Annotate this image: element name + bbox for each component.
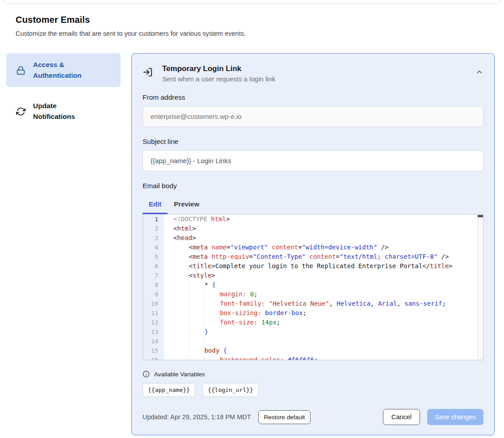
sidebar: Access & AuthenticationUpdate Notificati… [6,53,121,127]
sync-icon [16,107,25,116]
line-number: 12 [143,318,164,327]
code-text: background-color: #f6f6f6; [164,355,318,360]
from-address-input[interactable]: enterprise@customers.wp-e.io [143,106,483,127]
code-text: <!DOCTYPE html> [164,215,230,224]
updated-timestamp: Updated: Apr 29, 2025, 1:18 PM MDT [143,413,251,421]
login-icon [143,67,153,79]
email-template-panel: Temporary Login Link Sent when a user re… [131,53,495,435]
code-line: 16 background-color: #f6f6f6; [143,355,483,360]
save-changes-button[interactable]: Save changes [427,409,483,425]
code-text: <head> [164,233,196,243]
code-line: 5 <meta http-equiv="Content-Type" conten… [143,252,483,261]
code-line: 7 <style> [143,271,483,280]
code-text: <meta name="viewport" content="width=dev… [164,243,389,252]
from-address-label: From address [143,93,483,101]
panel-subtitle: Sent when a user requests a login link [162,75,275,83]
available-variables-label: Available Variables [154,371,205,378]
code-text: <style> [164,271,215,280]
panel-footer: Updated: Apr 29, 2025, 1:18 PM MDT Resto… [143,409,483,425]
code-line: 1<!DOCTYPE html> [143,215,483,224]
code-text: <title>Complete your login to the Replic… [164,261,453,271]
panel-titles: Temporary Login Link Sent when a user re… [162,64,275,83]
code-line: 12 font-size: 14px; [143,318,483,327]
email-body-tabs: EditPreview [143,196,483,214]
chevron-up-icon[interactable] [475,68,483,78]
code-line: 6 <title>Complete your login to the Repl… [143,261,483,271]
line-number: 13 [143,327,164,337]
code-line: 8 * { [143,280,483,290]
code-line: 10 font-family: "Helvetica Neue", Helvet… [143,299,483,308]
sidebar-item-label: Update Notifications [33,101,100,122]
tab-preview[interactable]: Preview [168,196,206,214]
code-text: font-family: "Helvetica Neue", Helvetica… [164,299,446,308]
code-line: 2<html> [143,224,483,233]
available-variables: Available Variables [143,371,483,378]
panel-header: Temporary Login Link Sent when a user re… [143,64,483,83]
line-number: 7 [143,271,164,280]
page-subtitle: Customize the emails that are sent to yo… [16,30,504,37]
line-number: 10 [143,299,164,308]
editor-scrollbar-thumb[interactable] [478,215,483,217]
code-text: * { [164,280,216,290]
sidebar-item-access-authentication[interactable]: Access & Authentication [6,53,121,87]
restore-default-button[interactable]: Restore default [258,410,311,424]
code-editor[interactable]: 1<!DOCTYPE html>2<html>3<head>4 <meta na… [143,214,483,360]
code-text: body { [164,346,227,355]
line-number: 15 [143,346,164,355]
code-line: 4 <meta name="viewport" content="width=d… [143,243,483,252]
code-line: 3<head> [143,233,483,243]
tab-edit[interactable]: Edit [143,196,168,214]
email-body-label: Email body [143,182,483,190]
subject-line-label: Subject line [143,138,483,146]
line-number: 14 [143,337,164,346]
code-line: 13 } [143,327,483,337]
variable-chips: {{app_name}}{{login_url}} [143,383,483,397]
previous-card-bottom-edge [4,0,500,4]
subject-line-input[interactable]: {{app_name}} - Login Links [143,150,483,171]
code-text: margin: 0; [164,290,257,299]
code-line: 14 [143,337,483,346]
line-number: 3 [143,233,164,243]
code-text: <meta http-equiv="Content-Type" content=… [164,252,449,261]
page-title: Customer Emails [16,15,504,25]
line-number: 4 [143,243,164,252]
line-number: 9 [143,290,164,299]
code-text: box-sizing: border-box; [164,308,307,318]
code-text [164,337,204,346]
editor-scrollbar[interactable] [478,215,483,360]
variable-chip[interactable]: {{app_name}} [143,383,195,397]
line-number: 16 [143,355,164,360]
lock-icon [16,66,25,75]
code-lines: 1<!DOCTYPE html>2<html>3<head>4 <meta na… [143,215,483,360]
code-line: 15 body { [143,346,483,355]
panel-title: Temporary Login Link [162,64,275,73]
line-number: 5 [143,252,164,261]
sidebar-item-update-notifications[interactable]: Update Notifications [6,95,121,127]
cancel-button[interactable]: Cancel [383,409,420,425]
line-number: 11 [143,308,164,318]
sidebar-item-label: Access & Authentication [33,59,100,81]
code-text: font-size: 14px; [164,318,280,327]
code-text: } [164,327,208,337]
line-number: 6 [143,261,164,271]
line-number: 2 [143,224,164,233]
variable-chip[interactable]: {{login_url}} [202,383,259,397]
code-text: <html> [164,224,196,233]
code-line: 9 margin: 0; [143,290,483,299]
info-icon [143,371,150,378]
content-area: Access & AuthenticationUpdate Notificati… [6,53,495,435]
code-line: 11 box-sizing: border-box; [143,308,483,318]
line-number: 1 [143,215,164,224]
line-number: 8 [143,280,164,290]
